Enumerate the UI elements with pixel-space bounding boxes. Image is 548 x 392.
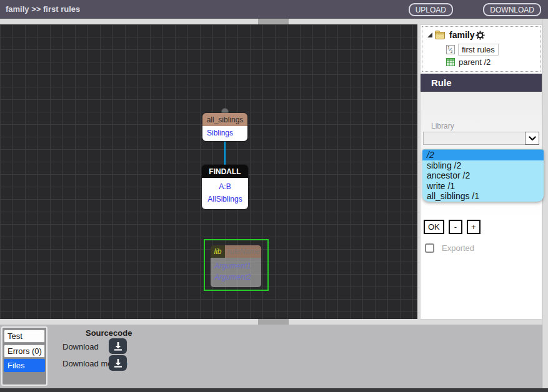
node-argument: A:B (206, 180, 244, 193)
table-icon (446, 58, 455, 66)
library-select-value (423, 132, 525, 145)
chevron-down-icon (529, 136, 536, 141)
folder-icon (435, 31, 446, 39)
scrollbar-handle[interactable] (258, 319, 289, 325)
rule-editor-app: family >> first rules UPLOAD DOWNLOAD al… (0, 0, 548, 392)
ok-button[interactable]: OK (424, 220, 444, 234)
download-module-button[interactable] (109, 355, 127, 371)
connection-edge (224, 142, 226, 166)
download-button[interactable]: DOWNLOAD (483, 3, 541, 16)
download-icon (114, 358, 122, 368)
dropdown-option[interactable]: /2 (422, 150, 544, 160)
rule-name-dropdown-list: /2 sibling /2 ancestor /2 write /1 all_s… (422, 149, 544, 202)
tree-node-parent[interactable]: parent /2 (446, 57, 491, 67)
template-argument-2: Argument2 (214, 272, 257, 283)
node-template-rule[interactable]: lib ruleName Argument1 Argument2 (211, 245, 261, 287)
tree-item-label[interactable]: parent /2 (459, 57, 491, 67)
exported-label: Exported (442, 243, 474, 253)
breadcrumb: family >> first rules (6, 4, 80, 14)
tree-node-first-rules[interactable]: 1 z first rules (446, 44, 499, 56)
svg-text:1: 1 (447, 46, 450, 50)
upload-button[interactable]: UPLOAD (409, 3, 453, 16)
horizontal-scrollbar-bottom[interactable] (0, 319, 542, 325)
node-findall[interactable]: FINDALL A:B AllSiblings (202, 165, 248, 209)
expander-icon[interactable] (427, 32, 432, 37)
template-rulename-label: ruleName (225, 245, 261, 258)
rule-form: Library Rule name OK (421, 92, 542, 319)
top-bar: family >> first rules UPLOAD DOWNLOAD (0, 0, 548, 19)
bottom-panel: Test Errors (0) Files Sourcecode Downloa… (0, 325, 542, 388)
scrollbar-handle[interactable] (258, 19, 289, 24)
bottom-tab-list: Test Errors (0) Files (1, 326, 47, 386)
download-sourcecode-label: Download (62, 342, 99, 351)
template-lib-label: lib (211, 245, 225, 258)
node-all-siblings[interactable]: all_siblings Siblings (202, 113, 247, 141)
node-argument: AllSiblings (206, 193, 244, 205)
gear-icon[interactable] (476, 31, 485, 40)
svg-text:z: z (451, 49, 453, 54)
vertical-scrollbar[interactable] (542, 19, 548, 388)
download-sourcecode-button[interactable] (109, 338, 127, 354)
tree-root-label[interactable]: family (449, 30, 474, 40)
tab-test[interactable]: Test (4, 330, 45, 343)
node-argument: Siblings (202, 126, 247, 141)
exported-checkbox[interactable] (425, 243, 434, 253)
sort-rules-icon: 1 z (446, 45, 455, 54)
tab-files[interactable]: Files (4, 359, 45, 372)
tree-item-label[interactable]: first rules (458, 44, 499, 56)
horizontal-scrollbar-top[interactable] (0, 19, 542, 24)
dropdown-option[interactable]: ancestor /2 (422, 170, 544, 181)
library-select-button[interactable] (525, 132, 539, 145)
rule-section-title: Rule (421, 74, 542, 92)
dropdown-option[interactable]: all_siblings /1 (422, 191, 544, 202)
remove-argument-button[interactable]: - (449, 220, 462, 234)
node-title: FINDALL (202, 165, 248, 178)
library-label: Library (431, 122, 454, 130)
node-title: all_siblings (202, 113, 247, 126)
project-tree: family 1 z firs (422, 26, 541, 72)
tree-node-family[interactable]: family (427, 30, 485, 40)
add-argument-button[interactable]: + (467, 220, 481, 234)
diagram-canvas[interactable]: all_siblings Siblings FINDALL A:B AllSib… (0, 24, 417, 319)
dropdown-option[interactable]: write /1 (422, 181, 544, 192)
download-icon (114, 341, 122, 351)
tab-errors[interactable]: Errors (0) (4, 345, 45, 358)
template-argument-1: Argument1 (214, 260, 257, 272)
bottom-edge-strip (0, 388, 548, 392)
dropdown-option[interactable]: sibling /2 (422, 160, 544, 171)
sourcecode-title: Sourcecode (86, 328, 132, 338)
library-select[interactable] (423, 132, 539, 145)
